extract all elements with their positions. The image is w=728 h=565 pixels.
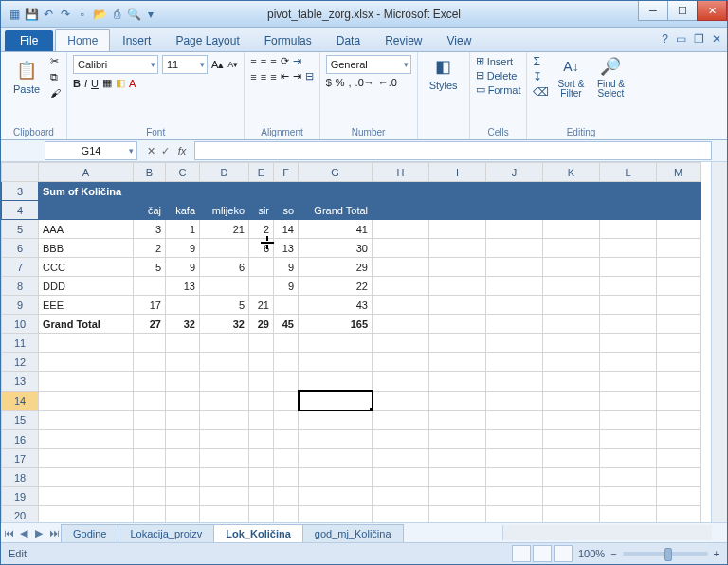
decrease-decimal-icon[interactable]: ←.0 [378,77,397,88]
row-header[interactable]: 9 [2,296,39,315]
cell[interactable] [166,410,200,430]
fill-color-button[interactable]: ◧ [116,77,125,89]
comma-icon[interactable]: , [349,77,352,88]
row-header[interactable]: 16 [2,430,39,449]
cell[interactable] [166,487,200,506]
orientation-icon[interactable]: ⟳ [281,55,289,67]
cell[interactable] [39,468,134,487]
cell[interactable] [249,449,274,468]
cell[interactable] [274,334,299,353]
view-normal-button[interactable] [512,545,531,562]
cell[interactable] [134,487,166,506]
cell[interactable] [274,391,299,410]
cell[interactable] [657,334,701,353]
cell[interactable] [486,334,543,353]
cell[interactable] [657,410,701,430]
tab-home[interactable]: Home [55,29,110,51]
cell[interactable] [429,296,486,315]
cell[interactable] [299,449,373,468]
cell[interactable] [200,468,249,487]
redo-icon[interactable]: ↷ [58,7,73,22]
row-header[interactable]: 12 [2,353,39,372]
cell[interactable] [200,487,249,506]
cell[interactable] [543,410,600,430]
cell[interactable] [429,334,486,353]
cell[interactable] [200,449,249,468]
cell[interactable] [373,372,429,392]
cell[interactable] [486,239,543,258]
cell[interactable] [543,220,600,239]
pivot-total-cell[interactable]: 165 [299,315,373,334]
cell[interactable] [299,353,373,372]
indent-inc-icon[interactable]: ⇥ [293,70,301,82]
cell[interactable] [543,201,600,220]
cell[interactable] [486,315,543,334]
sheet-nav-next-icon[interactable]: ▶ [31,527,46,539]
cell[interactable] [373,410,429,430]
cell[interactable] [373,449,429,468]
indent-dec-icon[interactable]: ⇤ [281,70,289,82]
pivot-value-cell[interactable]: 2 [134,239,166,258]
shrink-font-icon[interactable]: A▾ [228,60,238,69]
pivot-value-cell[interactable] [200,239,249,258]
cell[interactable] [543,182,600,201]
cell[interactable] [486,201,543,220]
clear-icon[interactable]: ⌫ [533,85,549,99]
cell[interactable] [200,430,249,449]
col-header[interactable]: L [600,163,657,182]
row-header[interactable]: 10 [2,315,39,334]
tab-review[interactable]: Review [373,29,434,51]
pivot-value-cell[interactable]: 9 [166,239,200,258]
cell[interactable] [429,353,486,372]
insert-cells-button[interactable]: ⊞ Insert [476,55,521,67]
pivot-value-cell[interactable]: 14 [274,220,299,239]
cell[interactable] [166,468,200,487]
pivot-value-cell[interactable]: 22 [299,277,373,296]
col-header[interactable]: G [299,163,373,182]
cell[interactable] [600,506,657,523]
pivot-value-cell[interactable]: 6 [249,239,274,258]
pivot-value-cell[interactable]: 5 [200,296,249,315]
cell[interactable] [429,487,486,506]
cell[interactable] [373,487,429,506]
col-header[interactable]: I [429,163,486,182]
cell[interactable] [600,258,657,277]
cell[interactable] [249,410,274,430]
pivot-row-label[interactable]: DDD [39,277,134,296]
cell[interactable] [486,296,543,315]
align-middle-icon[interactable]: ≡ [261,56,266,67]
cell[interactable] [600,296,657,315]
cell[interactable] [600,430,657,449]
underline-button[interactable]: U [91,78,99,89]
cell[interactable] [543,277,600,296]
cell[interactable] [373,468,429,487]
cell[interactable] [429,201,486,220]
restore-window-icon[interactable]: ❐ [694,32,704,46]
cell[interactable] [543,334,600,353]
formula-input[interactable] [194,141,712,160]
pivot-value-cell[interactable]: 17 [134,296,166,315]
pivot-value-cell[interactable] [274,296,299,315]
pivot-col-label[interactable]: so [274,201,299,220]
row-header[interactable]: 14 [2,391,39,410]
pivot-value-cell[interactable] [200,277,249,296]
cell[interactable] [486,391,543,410]
cell[interactable] [299,468,373,487]
cell[interactable] [134,430,166,449]
close-button[interactable]: ✕ [697,1,727,21]
sheet-nav-prev-icon[interactable]: ◀ [16,527,31,539]
close-workbook-icon[interactable]: ✕ [712,32,721,46]
cell[interactable] [134,449,166,468]
cell[interactable] [134,353,166,372]
cell[interactable] [657,201,701,220]
cell[interactable] [373,220,429,239]
cell[interactable] [486,277,543,296]
cell[interactable] [373,315,429,334]
cell[interactable] [39,506,134,523]
cell[interactable] [429,258,486,277]
cell[interactable] [166,372,200,392]
cell[interactable] [543,372,600,392]
cell[interactable] [543,258,600,277]
increase-decimal-icon[interactable]: .0→ [355,77,374,88]
cell[interactable] [429,220,486,239]
